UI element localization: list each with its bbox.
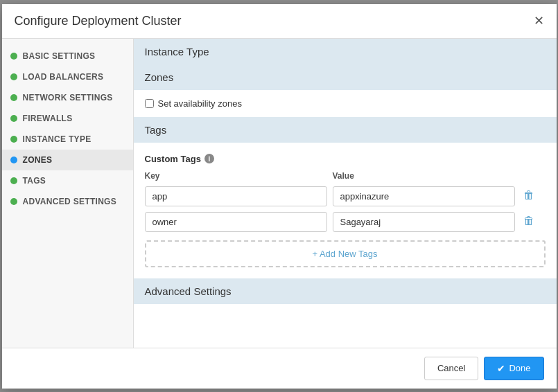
sidebar: BASIC SETTINGS LOAD BALANCERS NETWORK SE…	[2, 39, 134, 348]
tags-section-header: Tags	[134, 117, 557, 143]
tags-section-content: Custom Tags i Key Value	[134, 143, 557, 278]
sidebar-item-advanced-settings[interactable]: ADVANCED SETTINGS	[2, 191, 133, 212]
close-button[interactable]: ✕	[534, 15, 544, 27]
advanced-settings-section-header: Advanced Settings	[134, 278, 557, 304]
dot-icon-zones	[10, 157, 17, 163]
tag-key-input-0[interactable]	[145, 186, 327, 206]
dot-icon-network-settings	[10, 94, 17, 101]
sidebar-item-basic-settings[interactable]: BASIC SETTINGS	[2, 46, 133, 66]
tag-columns-header: Key Value	[145, 171, 546, 184]
tag-value-input-0[interactable]	[333, 186, 515, 206]
trash-icon-0: 🗑	[523, 189, 534, 202]
tag-row: 🗑	[145, 212, 546, 232]
set-availability-zones-checkbox[interactable]	[145, 99, 154, 108]
value-column-label: Value	[333, 171, 515, 181]
dot-icon-firewalls	[10, 115, 17, 122]
instance-type-section-header: Instance Type	[134, 39, 557, 64]
modal-body: BASIC SETTINGS LOAD BALANCERS NETWORK SE…	[2, 39, 557, 348]
sidebar-item-instance-type[interactable]: INSTANCE TYPE	[2, 129, 133, 150]
sidebar-item-load-balancers[interactable]: LOAD BALANCERS	[2, 66, 133, 87]
done-button[interactable]: ✔ Done	[484, 357, 543, 380]
tag-row: 🗑	[145, 186, 546, 206]
set-availability-zones-label[interactable]: Set availability zones	[145, 98, 546, 109]
tag-key-input-1[interactable]	[145, 212, 327, 232]
trash-icon-1: 🗑	[523, 215, 534, 227]
tag-value-input-1[interactable]	[333, 212, 515, 232]
modal-overlay: Configure Deployment Cluster ✕ BASIC SET…	[0, 0, 558, 392]
info-icon[interactable]: i	[204, 154, 214, 163]
zones-section-content: Set availability zones	[134, 90, 557, 117]
modal-title: Configure Deployment Cluster	[15, 14, 182, 28]
delete-tag-button-0[interactable]: 🗑	[521, 186, 537, 204]
delete-tag-button-1[interactable]: 🗑	[521, 212, 537, 230]
sidebar-item-zones[interactable]: ZONES	[2, 150, 133, 170]
dot-icon-tags	[10, 177, 17, 184]
configure-deployment-modal: Configure Deployment Cluster ✕ BASIC SET…	[2, 4, 557, 389]
done-check-icon: ✔	[497, 363, 505, 374]
modal-footer: Cancel ✔ Done	[2, 348, 557, 389]
sidebar-item-tags[interactable]: TAGS	[2, 170, 133, 191]
main-content: Instance Type Zones Set availability zon…	[134, 39, 557, 348]
custom-tags-label: Custom Tags i	[145, 154, 546, 164]
sidebar-item-network-settings[interactable]: NETWORK SETTINGS	[2, 87, 133, 108]
sidebar-item-firewalls[interactable]: FIREWALLS	[2, 108, 133, 129]
dot-icon-instance-type	[10, 136, 17, 143]
zones-section-header: Zones	[134, 64, 557, 90]
dot-icon-advanced-settings	[10, 198, 17, 205]
dot-icon-basic-settings	[10, 53, 17, 60]
dot-icon-load-balancers	[10, 73, 17, 80]
cancel-button[interactable]: Cancel	[424, 357, 478, 380]
modal-header: Configure Deployment Cluster ✕	[2, 4, 557, 39]
key-column-label: Key	[145, 171, 327, 181]
add-new-tags-button[interactable]: + Add New Tags	[145, 240, 546, 267]
